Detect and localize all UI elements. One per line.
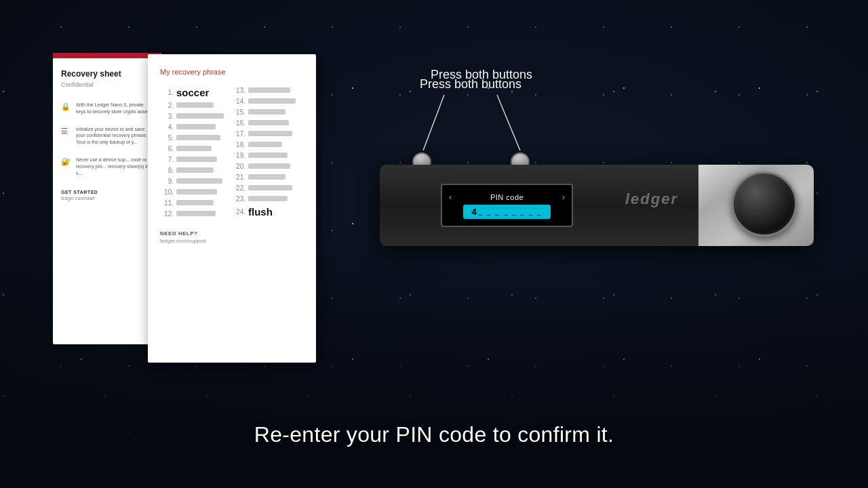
word-number: 5. [160,134,174,142]
recovery-phrase-card: My recovery phrase 1.soccer2.3.4.5.6.7.8… [148,54,316,363]
word-number: 10. [160,188,174,196]
icon-text-2: Initialize your device to and save your … [76,126,153,146]
pin-display: 4 _ _ _ _ _ _ _ _ [463,205,550,219]
word-number: 23. [229,195,245,203]
word-blurred [248,131,292,136]
word-blurred [248,163,290,169]
shield-icon: 🔒 [61,102,71,112]
word-row: 2. [160,100,224,110]
word-blurred [248,185,292,190]
word-row: 12. [160,209,224,218]
icon-row-2: ☰ Initialize your device to and save you… [53,121,161,151]
pin-dashes: _ _ _ _ _ _ _ _ [479,208,542,216]
word-row: 16. [229,118,296,127]
word-row: 10. [160,187,224,197]
nav-wheel[interactable] [732,171,797,237]
word-blurred [176,200,214,205]
pin-digit: 4 [471,207,476,217]
word-number: 17. [229,130,245,138]
press-buttons-label: Press both buttons [407,68,556,82]
word-number: 3. [160,113,174,120]
word-number: 7. [160,156,174,163]
word-row: 6. [160,144,224,153]
word-number: 15. [229,108,245,116]
word-blurred [176,124,216,129]
icon-text-3: Never use a device sup... code or a reco… [76,157,153,176]
subtitle: Re-enter your PIN code to confirm it. [0,422,868,447]
sheet-subtitle: Confidential [53,81,161,96]
word-blurred [176,211,216,216]
word-number: 2. [160,102,174,109]
help-link: ledger.com/support [160,238,304,244]
recovery-sheet-card: Recovery sheet Confidential 🔒 With the L… [53,53,161,344]
word-column-left: 1.soccer2.3.4.5.6.7.8.9.10.11.12. [160,85,224,218]
get-started-link: ledger.com/start [53,196,161,201]
word-row: 19. [229,150,296,160]
sheet-title: Recovery sheet [53,58,161,81]
word-row: 8. [160,165,224,175]
word-text: soccer [176,87,209,98]
word-number: 14. [229,98,245,105]
word-number: 13. [229,87,245,94]
word-row: 1.soccer [160,85,224,99]
word-row: 17. [229,129,296,138]
word-blurred [248,87,290,93]
screen-header: ‹ PIN code › [449,192,565,202]
word-number: 11. [160,199,174,207]
red-bar [53,53,161,58]
word-row: 4. [160,122,224,131]
word-blurred [248,174,285,180]
word-blurred [248,196,288,201]
card-title: My recovery phrase [160,68,304,76]
word-row: 5. [160,133,224,142]
need-help-label: NEED HELP? [160,230,304,237]
word-blurred [176,189,217,195]
icon-text-1: With the Ledger Nano S, private keys to … [76,102,153,115]
word-row: 14. [229,96,296,106]
screen-chevron-left: ‹ [449,192,452,202]
word-row: 20. [229,161,296,171]
word-number: 9. [160,178,174,185]
word-row: 22. [229,183,296,192]
word-number: 8. [160,167,174,174]
word-number: 12. [160,210,174,218]
icon-row-3: 🔐 Never use a device sup... code or a re… [53,151,161,182]
word-number: 16. [229,119,245,127]
word-number: 19. [229,152,245,159]
word-number: 24. [229,208,245,216]
word-blurred [248,120,289,125]
word-number: 21. [229,174,245,181]
word-blurred [176,135,220,140]
screen-chevron-right: › [562,192,565,202]
get-started-label: GET STARTED [53,182,161,196]
word-row: 3. [160,111,224,121]
word-blurred [176,113,224,119]
word-column-right: 13.14.15.16.17.18.19.20.21.22.23.24.flus… [224,85,296,218]
word-blurred [248,109,285,115]
word-blurred [248,142,282,147]
device-screen: ‹ PIN code › 4 _ _ _ _ _ _ _ _ [441,184,573,227]
word-text: flush [248,206,273,218]
word-row: 21. [229,172,296,182]
icon-row-1: 🔒 With the Ledger Nano S, private keys t… [53,96,161,121]
word-blurred [176,102,214,108]
word-blurred [176,146,212,151]
word-blurred [176,178,222,184]
word-row: 24.flush [229,205,296,218]
word-number: 1. [160,89,174,96]
word-row: 11. [160,198,224,207]
word-blurred [248,152,288,158]
screen-title: PIN code [490,193,524,201]
word-number: 6. [160,145,174,152]
word-blurred [248,98,296,104]
lock-icon: 🔐 [61,157,71,167]
word-row: 7. [160,155,224,164]
word-grid: 1.soccer2.3.4.5.6.7.8.9.10.11.12.13.14.1… [160,85,304,218]
device-body: ledger ‹ PIN code › 4 _ _ _ _ _ _ _ _ [380,165,814,246]
word-number: 4. [160,123,174,131]
word-blurred [176,157,217,162]
list-icon: ☰ [61,127,71,136]
word-blurred [176,167,214,173]
word-row: 15. [229,107,296,117]
word-number: 18. [229,141,245,148]
